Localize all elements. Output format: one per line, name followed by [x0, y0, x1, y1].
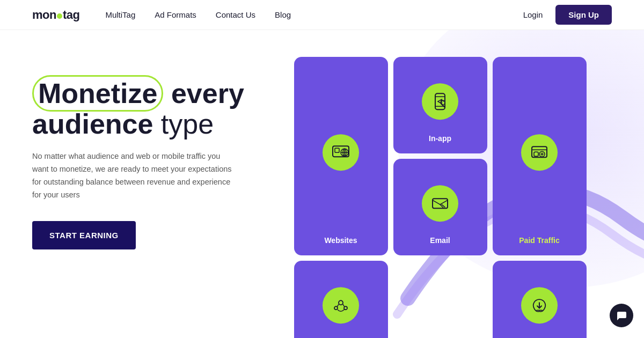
- nav-contact-us[interactable]: Contact Us: [216, 10, 255, 19]
- inapp-icon: [430, 91, 450, 112]
- card-social-traffic[interactable]: Social Traffic: [294, 261, 388, 338]
- paid-label: Paid Traffic: [519, 236, 559, 245]
- email-icon-circle: [422, 185, 458, 222]
- svg-point-17: [339, 300, 343, 305]
- email-icon-wrap: [422, 185, 458, 222]
- paid-icon-wrap: [521, 134, 558, 171]
- hero-right: Websites: [268, 62, 612, 338]
- nav-multitag[interactable]: MultiTag: [105, 10, 135, 19]
- cards-grid: Websites: [294, 57, 587, 338]
- paid-icon-circle: [521, 134, 558, 171]
- social-icon-circle: [323, 287, 359, 324]
- card-email[interactable]: Email: [393, 159, 487, 255]
- hero-description: No matter what audience and web or mobil…: [32, 150, 236, 202]
- nav-ad-formats[interactable]: Ad Formats: [155, 10, 196, 19]
- svg-line-20: [337, 304, 339, 307]
- signup-button[interactable]: Sign Up: [555, 5, 612, 25]
- nav-links: MultiTag Ad Formats Contact Us Blog: [105, 10, 523, 19]
- websites-icon-circle: [323, 134, 359, 171]
- heading-type: type: [153, 108, 214, 139]
- start-earning-button[interactable]: START EARNING: [32, 221, 136, 249]
- paid-traffic-icon: [529, 142, 550, 163]
- logo-text: montag: [32, 8, 79, 22]
- svg-point-10: [441, 100, 445, 105]
- remnant-icon-wrap: [521, 287, 558, 324]
- svg-rect-16: [433, 199, 448, 208]
- chat-bubble[interactable]: [610, 304, 633, 327]
- websites-label: Websites: [324, 236, 357, 245]
- hero-heading: Monetize every audience type: [32, 78, 268, 139]
- svg-rect-2: [335, 148, 339, 152]
- logo[interactable]: montag: [32, 8, 79, 22]
- social-traffic-icon: [331, 295, 351, 315]
- remnant-icon-circle: [521, 287, 558, 324]
- social-icon-wrap: [323, 287, 359, 324]
- heading-highlight: Monetize: [32, 75, 163, 112]
- svg-line-21: [343, 304, 345, 307]
- websites-icon: [331, 142, 351, 163]
- inapp-label: In-app: [429, 134, 451, 143]
- remnant-inventory-icon: [529, 295, 550, 315]
- card-remnant-inventory[interactable]: Remnant Inventory: [493, 261, 587, 338]
- navbar: montag MultiTag Ad Formats Contact Us Bl…: [0, 0, 644, 30]
- card-paid-traffic[interactable]: Paid Traffic: [493, 57, 587, 255]
- inapp-icon-wrap: [422, 83, 458, 120]
- websites-icon-wrap: [323, 134, 359, 171]
- svg-rect-15: [534, 152, 538, 156]
- nav-right: Login Sign Up: [523, 5, 612, 25]
- chat-icon: [616, 310, 627, 321]
- hero-section: Monetize every audience type No matter w…: [0, 30, 644, 338]
- card-inapp[interactable]: In-app: [393, 57, 487, 153]
- heading-audience: audience: [32, 108, 153, 139]
- heading-every: every: [163, 78, 244, 109]
- login-button[interactable]: Login: [523, 10, 543, 19]
- hero-left: Monetize every audience type No matter w…: [32, 62, 268, 249]
- email-icon: [430, 193, 450, 214]
- card-websites[interactable]: Websites: [294, 57, 388, 255]
- nav-blog[interactable]: Blog: [275, 10, 291, 19]
- logo-dot: [57, 13, 62, 19]
- email-label: Email: [430, 236, 450, 245]
- inapp-icon-circle: [422, 83, 458, 120]
